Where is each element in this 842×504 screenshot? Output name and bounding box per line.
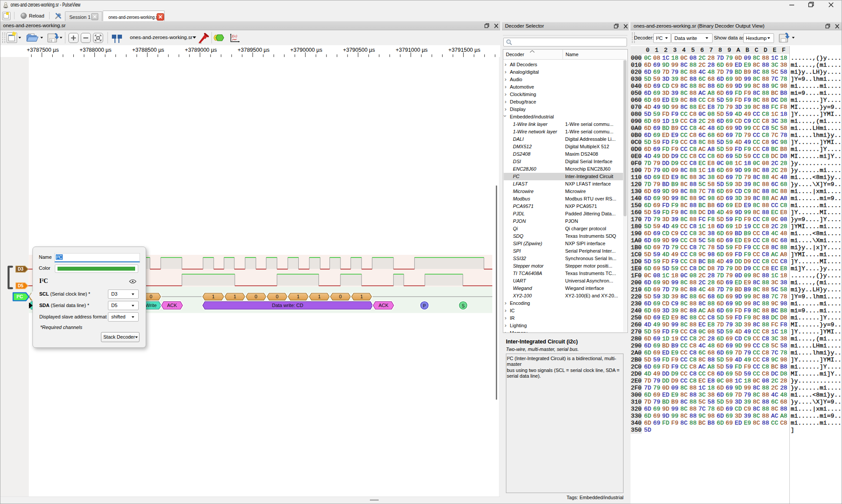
svg-text:1: 1 (318, 294, 321, 299)
svg-text:0: 0 (254, 294, 257, 299)
svg-text:0: 0 (276, 294, 278, 299)
svg-text:1: 1 (297, 294, 300, 299)
svg-text:Write: Write (146, 303, 157, 308)
svg-text:Data write: CD: Data write: CD (272, 303, 304, 308)
svg-text:P: P (423, 304, 426, 308)
svg-text:ACK: ACK (379, 303, 389, 308)
svg-text:f(x): f(x) (232, 34, 237, 38)
svg-text:ACK: ACK (167, 303, 177, 308)
svg-text:D5: D5 (18, 283, 24, 288)
svg-text:1: 1 (233, 294, 236, 299)
svg-text:1: 1 (212, 294, 215, 299)
svg-text:1: 1 (360, 294, 363, 299)
svg-text:D3: D3 (18, 267, 24, 272)
svg-text:0: 0 (339, 294, 342, 299)
svg-text:I²C: I²C (17, 294, 23, 299)
svg-text:S: S (462, 304, 465, 308)
svg-text:0: 0 (150, 294, 152, 299)
